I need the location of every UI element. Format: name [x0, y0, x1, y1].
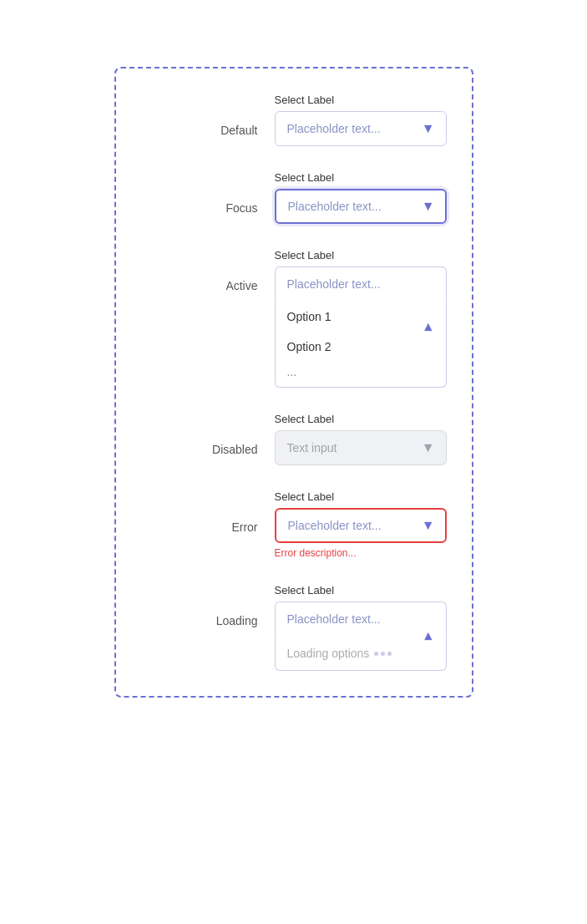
loading-select-wrapper[interactable]: Placeholder text... ▼ Loading options: [275, 602, 447, 671]
focus-select-wrapper[interactable]: Placeholder text... ▼: [275, 189, 447, 224]
error-label: Error: [141, 490, 275, 534]
disabled-select-box: Text input: [275, 430, 447, 465]
states-container: Default Select Label Placeholder text...…: [114, 67, 473, 698]
option-2[interactable]: Option 2: [276, 332, 446, 362]
error-select-box[interactable]: Placeholder text...: [275, 508, 447, 543]
default-select-label: Select Label: [275, 94, 447, 106]
loading-row: Loading Select Label Placeholder text...…: [141, 584, 447, 671]
error-row: Error Select Label Placeholder text... ▼…: [141, 490, 447, 559]
error-placeholder: Placeholder text...: [288, 510, 382, 541]
active-select-box[interactable]: Placeholder text...: [275, 267, 447, 302]
error-content: Select Label Placeholder text... ▼ Error…: [275, 490, 447, 559]
active-row: Active Select Label Placeholder text... …: [141, 249, 447, 388]
loading-content: Select Label Placeholder text... ▼ Loadi…: [275, 584, 447, 671]
loading-dropdown: Loading options: [275, 637, 447, 671]
disabled-content: Select Label Text input ▼: [275, 413, 447, 465]
disabled-label: Disabled: [141, 413, 275, 456]
active-dropdown-menu: Option 1 Option 2 ...: [275, 302, 447, 388]
active-placeholder: Placeholder text...: [287, 267, 381, 301]
disabled-select-label: Select Label: [275, 413, 447, 425]
active-select-label: Select Label: [275, 249, 447, 261]
default-label: Default: [141, 94, 275, 137]
active-content: Select Label Placeholder text... ▼ Optio…: [275, 249, 447, 388]
active-select-wrapper[interactable]: Placeholder text... ▼ Option 1 Option 2 …: [275, 267, 447, 388]
focus-placeholder: Placeholder text...: [288, 190, 382, 222]
option-1[interactable]: Option 1: [276, 302, 446, 332]
focus-row: Focus Select Label Placeholder text... ▼: [141, 171, 447, 224]
focus-label: Focus: [141, 171, 275, 215]
focus-content: Select Label Placeholder text... ▼: [275, 171, 447, 224]
loading-select-box[interactable]: Placeholder text...: [275, 602, 447, 637]
options-ellipsis: ...: [276, 362, 446, 387]
disabled-value: Text input: [287, 431, 337, 465]
error-description: Error description...: [275, 547, 447, 559]
default-select-box[interactable]: Placeholder text...: [275, 111, 447, 146]
loading-label: Loading: [141, 584, 275, 627]
loading-dots-icon: [374, 652, 392, 656]
focus-select-box[interactable]: Placeholder text...: [275, 189, 447, 224]
default-select-wrapper[interactable]: Placeholder text... ▼: [275, 111, 447, 146]
loading-placeholder: Placeholder text...: [287, 602, 381, 636]
default-placeholder: Placeholder text...: [287, 112, 381, 145]
active-label: Active: [141, 249, 275, 292]
error-select-label: Select Label: [275, 490, 447, 503]
error-select-wrapper[interactable]: Placeholder text... ▼: [275, 508, 447, 543]
loading-select-label: Select Label: [275, 584, 447, 597]
focus-select-label: Select Label: [275, 171, 447, 184]
default-content: Select Label Placeholder text... ▼: [275, 94, 447, 146]
disabled-select-wrapper: Text input ▼: [275, 430, 447, 465]
default-row: Default Select Label Placeholder text...…: [141, 94, 447, 146]
loading-text: Loading options: [287, 647, 370, 660]
disabled-row: Disabled Select Label Text input ▼: [141, 413, 447, 465]
